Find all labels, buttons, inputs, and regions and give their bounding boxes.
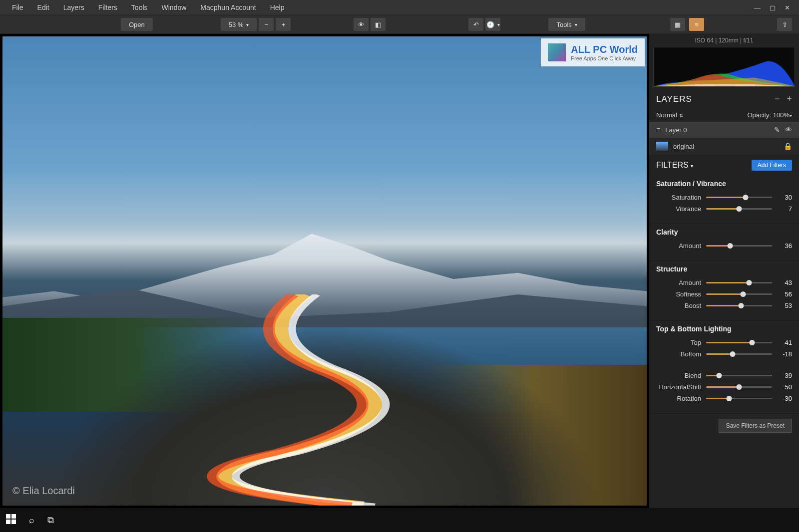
presets-view-button[interactable]: ▦ bbox=[670, 18, 685, 31]
filters-view-button[interactable]: ≡ bbox=[689, 18, 704, 31]
slider-track[interactable] bbox=[706, 197, 772, 198]
slider-label: Boost bbox=[656, 302, 701, 309]
slider-track[interactable] bbox=[706, 208, 772, 210]
menu-layers[interactable]: Layers bbox=[56, 3, 91, 11]
compare-icon: ◧ bbox=[375, 21, 381, 28]
slider-track[interactable] bbox=[706, 375, 772, 376]
layer-row-original[interactable]: original 🔒 bbox=[649, 138, 799, 155]
zoom-value: 53 % bbox=[229, 21, 244, 28]
menu-help[interactable]: Help bbox=[263, 3, 292, 11]
grid-icon: ▦ bbox=[675, 21, 681, 28]
filter-title: Top & Bottom Lighting bbox=[656, 325, 792, 333]
opacity-value: 100% bbox=[773, 111, 790, 119]
slider-top: Top 41 bbox=[656, 339, 792, 346]
right-panel: ISO 64 | 120mm | f/11 LAYERS − + Norm bbox=[649, 34, 799, 508]
history-button[interactable]: 🕘▾ bbox=[485, 18, 500, 31]
window-maximize-icon[interactable]: ▢ bbox=[770, 4, 776, 11]
slider-label: Amount bbox=[656, 242, 701, 250]
tools-label: Tools bbox=[556, 21, 571, 28]
watermark-logo: ALL PC World Free Apps One Click Away bbox=[541, 38, 645, 66]
zoom-dropdown[interactable]: 53 %▾ bbox=[221, 18, 257, 31]
search-icon[interactable]: ⌕ bbox=[29, 515, 34, 526]
layers-collapse-icon[interactable]: − bbox=[775, 94, 780, 104]
watermark-subtitle: Free Apps One Click Away bbox=[571, 55, 638, 61]
start-button[interactable] bbox=[6, 514, 16, 527]
menu-account[interactable]: Macphun Account bbox=[193, 3, 263, 11]
slider-label: HorizontalShift bbox=[656, 383, 701, 391]
filter-group-structure: Structure Amount 43 Softness 56 Boost 53 bbox=[649, 261, 799, 321]
slider-blend: Blend 39 bbox=[656, 372, 792, 379]
filter-title: Saturation / Vibrance bbox=[656, 180, 792, 188]
slider-value: 41 bbox=[777, 339, 792, 346]
layers-add-icon[interactable]: + bbox=[787, 94, 792, 104]
chevron-down-icon: ▾ bbox=[497, 22, 500, 27]
menu-filters[interactable]: Filters bbox=[91, 3, 124, 11]
filters-title[interactable]: FILTERS ▾ bbox=[656, 161, 693, 170]
blend-mode-value: Normal bbox=[656, 111, 677, 119]
sliders-icon: ≡ bbox=[695, 21, 699, 28]
filter-title: Structure bbox=[656, 265, 792, 273]
chevron-down-icon: ▾ bbox=[246, 22, 249, 27]
eye-icon[interactable]: 👁 bbox=[785, 126, 792, 134]
slider-track[interactable] bbox=[706, 342, 772, 343]
filter-group-topbot: Top & Bottom Lighting Top 41 Bottom -18 … bbox=[649, 321, 799, 414]
tools-dropdown[interactable]: Tools▾ bbox=[548, 18, 585, 31]
slider-track[interactable] bbox=[706, 398, 772, 399]
slider-track[interactable] bbox=[706, 293, 772, 295]
save-preset-button[interactable]: Save Filters as Preset bbox=[719, 419, 792, 433]
svg-rect-3 bbox=[11, 520, 16, 524]
save-preset-area: Save Filters as Preset bbox=[649, 414, 799, 438]
slider-vibrance: Vibrance 7 bbox=[656, 205, 792, 213]
menu-tools[interactable]: Tools bbox=[124, 3, 155, 11]
windows-taskbar: ⌕ ⧉ bbox=[0, 508, 799, 532]
slider-structure-boost: Boost 53 bbox=[656, 302, 792, 309]
lock-icon: 🔒 bbox=[784, 142, 792, 150]
compare-button[interactable]: ◧ bbox=[371, 18, 386, 31]
zoom-in-button[interactable]: + bbox=[276, 18, 291, 31]
slider-value: 30 bbox=[777, 194, 792, 201]
app-window: File Edit Layers Filters Tools Window Ma… bbox=[0, 0, 799, 508]
slider-track[interactable] bbox=[706, 353, 772, 355]
slider-track[interactable] bbox=[706, 245, 772, 247]
layer-thumbnail bbox=[656, 142, 668, 151]
svg-rect-1 bbox=[11, 514, 16, 519]
clock-icon: 🕘 bbox=[486, 21, 494, 28]
open-button[interactable]: Open bbox=[121, 18, 153, 31]
layers-title: LAYERS bbox=[656, 94, 692, 104]
preview-eye-button[interactable]: 👁 bbox=[354, 18, 369, 31]
image-metadata: ISO 64 | 120mm | f/11 bbox=[649, 34, 799, 47]
filter-title: Clarity bbox=[656, 228, 792, 236]
chevron-down-icon: ▾ bbox=[575, 22, 577, 27]
slider-track[interactable] bbox=[706, 305, 772, 306]
task-view-icon[interactable]: ⧉ bbox=[47, 515, 54, 526]
undo-button[interactable]: ↶ bbox=[468, 18, 483, 31]
opacity-control[interactable]: Opacity: 100%▾ bbox=[747, 111, 792, 119]
add-filters-button[interactable]: Add Filters bbox=[752, 160, 792, 171]
main-area: © Elia Locardi ALL PC World Free Apps On… bbox=[0, 34, 799, 508]
menu-edit[interactable]: Edit bbox=[30, 3, 56, 11]
eye-icon: 👁 bbox=[358, 21, 365, 28]
layers-header: LAYERS − + bbox=[649, 90, 799, 108]
export-icon: ⇧ bbox=[782, 21, 788, 28]
histogram[interactable] bbox=[653, 47, 795, 87]
brush-icon[interactable]: ✎ bbox=[774, 126, 780, 134]
window-close-icon[interactable]: ✕ bbox=[785, 4, 790, 11]
export-button[interactable]: ⇧ bbox=[777, 18, 792, 31]
menu-file[interactable]: File bbox=[5, 3, 30, 11]
canvas-wrap: © Elia Locardi ALL PC World Free Apps On… bbox=[0, 34, 649, 508]
image-canvas[interactable]: © Elia Locardi ALL PC World Free Apps On… bbox=[2, 36, 647, 506]
slider-track[interactable] bbox=[706, 282, 772, 283]
slider-track[interactable] bbox=[706, 386, 772, 388]
light-trail-decor bbox=[131, 294, 518, 506]
menu-window[interactable]: Window bbox=[155, 3, 194, 11]
chevron-down-icon: ▾ bbox=[790, 113, 792, 118]
filter-group-satvib: Saturation / Vibrance Saturation 30 Vibr… bbox=[649, 176, 799, 224]
slider-label: Saturation bbox=[656, 194, 701, 201]
slider-label: Blend bbox=[656, 372, 701, 379]
zoom-out-button[interactable]: − bbox=[259, 18, 274, 31]
blend-mode-dropdown[interactable]: Normal ⇅ bbox=[656, 111, 683, 119]
layer-name: original bbox=[673, 143, 694, 150]
layer-row-layer0[interactable]: ≡ Layer 0 ✎ 👁 bbox=[649, 122, 799, 138]
watermark-title: ALL PC World bbox=[571, 44, 638, 55]
window-minimize-icon[interactable]: — bbox=[754, 4, 761, 11]
